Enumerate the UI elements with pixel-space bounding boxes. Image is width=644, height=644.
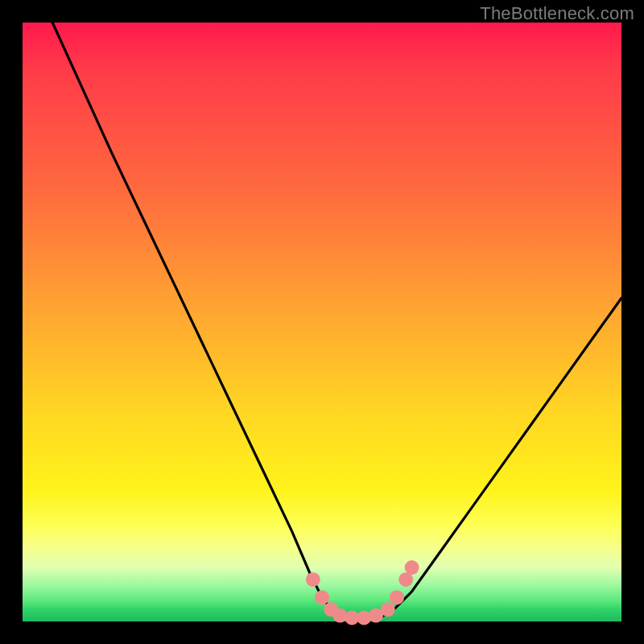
bottleneck-curve bbox=[52, 23, 621, 618]
outer-frame: TheBottleneck.com bbox=[0, 0, 644, 644]
highlight-dot bbox=[332, 609, 347, 623]
highlight-dot bbox=[390, 590, 404, 605]
highlight-dot bbox=[405, 560, 419, 575]
highlight-dot bbox=[357, 611, 371, 625]
highlight-dot bbox=[306, 572, 320, 587]
highlight-dot bbox=[315, 590, 329, 605]
highlight-dots bbox=[306, 560, 419, 625]
gradient-plot-area bbox=[23, 23, 621, 621]
curve-layer bbox=[23, 23, 621, 621]
highlight-dot bbox=[381, 602, 395, 617]
watermark-text: TheBottleneck.com bbox=[480, 3, 634, 24]
